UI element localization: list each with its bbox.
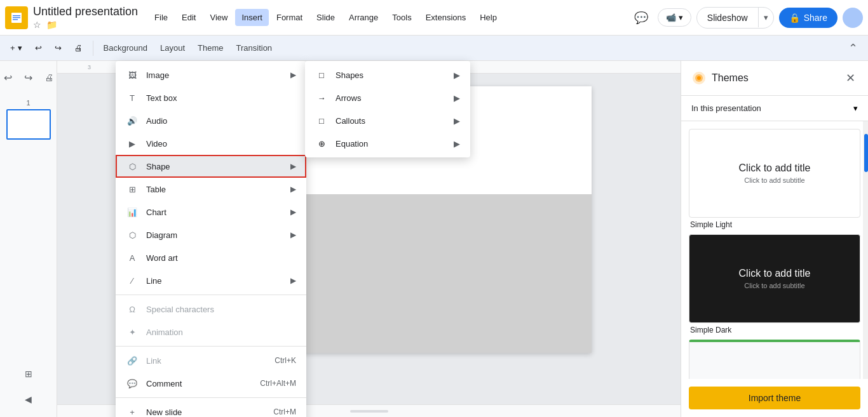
themes-header: Themes ✕ — [681, 61, 868, 96]
theme-card-light2[interactable]: Click to add title — [689, 340, 860, 379]
menu-item-table-label: Table — [146, 185, 290, 194]
audio-icon: 🔊 — [126, 114, 139, 127]
slide-thumbnail[interactable] — [6, 109, 51, 140]
slideshow-main-button[interactable]: Slideshow — [697, 8, 758, 28]
redo-button[interactable]: ↪ — [50, 41, 67, 55]
folder-icon[interactable]: 📁 — [46, 20, 57, 30]
arrows-sub-arrow: ▶ — [454, 93, 460, 103]
menu-item-textbox[interactable]: T Text box — [116, 86, 306, 109]
theme-preview-subtitle-dark: Click to add subtitle — [744, 282, 804, 289]
chart-arrow-icon: ▶ — [290, 208, 296, 216]
menu-item-wordart[interactable]: A Word art — [116, 246, 306, 269]
menu-item-video[interactable]: ▶ Video — [116, 132, 306, 155]
toolbar-collapse-button[interactable]: ⌃ — [843, 39, 863, 58]
shape-sub-callouts[interactable]: □ Callouts ▶ — [305, 109, 470, 132]
add-dropdown-icon: ▾ — [18, 43, 22, 53]
table-arrow-icon: ▶ — [290, 185, 296, 194]
shapes-sub-arrow: ▶ — [454, 70, 460, 80]
callouts-sub-icon: □ — [315, 114, 328, 127]
undo-button[interactable]: ↩ — [30, 41, 47, 55]
menu-item-audio-label: Audio — [146, 116, 296, 126]
share-button[interactable]: 🔒 Share — [779, 8, 837, 28]
import-theme-button[interactable]: Import theme — [689, 387, 860, 409]
menu-view[interactable]: View — [203, 9, 234, 26]
slide-number: 1 — [6, 99, 51, 107]
doc-icons: ☆ 📁 — [33, 20, 138, 30]
menu-item-line[interactable]: ∕ Line ▶ — [116, 269, 306, 292]
add-slide-button[interactable]: + ▾ — [5, 41, 27, 55]
theme-card-simple-light[interactable]: Click to add title Click to add subtitle… — [689, 129, 860, 229]
shape-sub-arrows[interactable]: → Arrows ▶ — [305, 86, 470, 109]
comment-button[interactable]: 💬 — [630, 6, 653, 29]
theme-button[interactable]: Theme — [193, 43, 228, 53]
menu-item-diagram[interactable]: ⬡ Diagram ▶ — [116, 223, 306, 246]
menu-format[interactable]: Format — [270, 9, 309, 26]
theme-preview-simple-dark: Click to add title Click to add subtitle — [689, 234, 860, 323]
menu-item-audio[interactable]: 🔊 Audio — [116, 109, 306, 132]
themes-title: Themes — [712, 72, 843, 84]
undo-nav-button[interactable]: ↩ — [0, 69, 17, 86]
themes-dropdown[interactable]: In this presentation ▾ — [681, 96, 868, 121]
menu-item-shape-label: Shape — [146, 162, 290, 171]
svg-rect-3 — [13, 17, 20, 18]
slideshow-dropdown-button[interactable]: ▾ — [758, 8, 773, 27]
menu-edit[interactable]: Edit — [175, 9, 202, 26]
shape-sub-equation[interactable]: ⊕ Equation ▶ — [305, 132, 470, 155]
grid-view-button[interactable]: ⊞ — [18, 364, 39, 384]
divider-3 — [116, 397, 306, 398]
shape-icon: ⬡ — [126, 160, 139, 173]
transition-button[interactable]: Transition — [231, 43, 278, 53]
menu-item-comment-label: Comment — [146, 379, 260, 388]
menu-item-image[interactable]: 🖼 Image ▶ — [116, 63, 306, 86]
menu-item-animation[interactable]: ✦ Animation — [116, 321, 306, 343]
background-button[interactable]: Background — [98, 43, 153, 53]
doc-title-area: Untitled presentation ☆ 📁 — [33, 5, 138, 30]
new-slide-icon: + — [126, 406, 139, 417]
menu-item-link[interactable]: 🔗 Link Ctrl+K — [116, 349, 306, 372]
diagram-arrow-icon: ▶ — [290, 230, 296, 239]
menu-slide[interactable]: Slide — [310, 9, 341, 26]
doc-title[interactable]: Untitled presentation — [33, 5, 138, 19]
menu-item-image-label: Image — [146, 70, 290, 80]
themes-icon — [691, 70, 707, 86]
avatar[interactable] — [843, 8, 863, 28]
topbar: Untitled presentation ☆ 📁 File Edit View… — [0, 0, 868, 36]
special-chars-icon: Ω — [126, 303, 139, 315]
line-arrow-icon: ▶ — [290, 276, 296, 285]
menu-extensions[interactable]: Extensions — [419, 9, 473, 26]
redo-nav-button[interactable]: ↪ — [20, 69, 37, 86]
equation-sub-icon: ⊕ — [315, 137, 328, 150]
theme-preview-light2: Click to add title — [689, 340, 860, 379]
theme-preview-title-light: Click to add title — [739, 162, 811, 174]
menu-item-table[interactable]: ⊞ Table ▶ — [116, 178, 306, 201]
menu-item-comment[interactable]: 💬 Comment Ctrl+Alt+M — [116, 372, 306, 395]
collapse-sidebar-button[interactable]: ◀ — [18, 389, 39, 409]
themes-close-button[interactable]: ✕ — [843, 69, 858, 88]
menu-item-new-slide[interactable]: + New slide Ctrl+M — [116, 400, 306, 417]
meet-button[interactable]: 📹 ▾ — [658, 8, 691, 27]
slide-thumbnail-area: 1 — [6, 99, 51, 140]
video-icon: ▶ — [126, 137, 139, 150]
menu-item-video-label: Video — [146, 139, 296, 149]
theme-preview-subtitle-light: Click to add subtitle — [744, 176, 804, 184]
scrollbar-thumb[interactable] — [864, 134, 868, 172]
menu-help[interactable]: Help — [473, 9, 503, 26]
menu-tools[interactable]: Tools — [386, 9, 417, 26]
layout-button[interactable]: Layout — [155, 43, 190, 53]
menu-item-chart[interactable]: 📊 Chart ▶ — [116, 201, 306, 223]
themes-scroll-area: Click to add title Click to add subtitle… — [681, 121, 868, 379]
theme-card-simple-dark[interactable]: Click to add title Click to add subtitle… — [689, 234, 860, 334]
shape-sub-shapes[interactable]: □ Shapes ▶ — [305, 63, 470, 86]
star-icon[interactable]: ☆ — [33, 20, 41, 30]
menu-insert[interactable]: Insert — [235, 9, 269, 26]
chevron-down-icon: ▾ — [853, 103, 858, 113]
menu-item-chart-label: Chart — [146, 208, 290, 217]
print-button[interactable]: 🖨 — [69, 41, 88, 55]
menu-item-shape[interactable]: ⬡ Shape ▶ — [116, 155, 306, 178]
menu-item-link-label: Link — [146, 356, 275, 366]
menu-item-special-chars[interactable]: Ω Special characters — [116, 298, 306, 321]
menu-arrange[interactable]: Arrange — [342, 9, 384, 26]
print-nav-button[interactable]: 🖨 — [40, 69, 58, 86]
menu-file[interactable]: File — [148, 9, 174, 26]
animation-icon: ✦ — [126, 326, 139, 338]
